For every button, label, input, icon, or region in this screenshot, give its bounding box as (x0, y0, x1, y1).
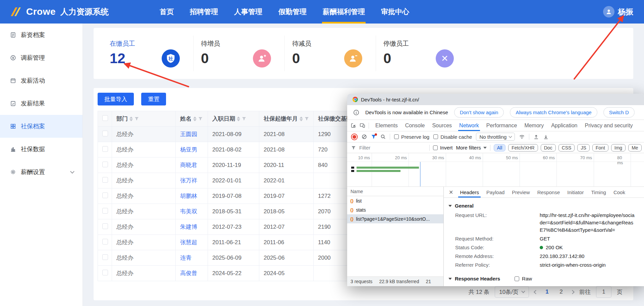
nav-item-approval[interactable]: 审批中心 (380, 0, 410, 24)
invert-checkbox[interactable] (433, 145, 438, 150)
preserve-log-checkbox[interactable] (394, 134, 399, 139)
import-har-icon[interactable] (533, 134, 539, 140)
sidebar-item-social-insurance-data[interactable]: 社保数据 (0, 138, 83, 161)
sort-icon[interactable] (193, 117, 197, 121)
sidebar-item-salary-settings[interactable]: 薪酬设置 (0, 161, 83, 183)
row-checkbox[interactable] (102, 162, 108, 167)
devtools-tab-privacy[interactable]: Privacy and security (581, 120, 636, 131)
employee-name-link[interactable]: 朱建博 (176, 219, 208, 235)
filter-funnel-icon[interactable] (242, 117, 246, 121)
invert-toggle[interactable]: Invert (433, 145, 453, 150)
row-checkbox[interactable] (102, 177, 108, 183)
match-language-button[interactable]: Always match Chrome's language (510, 107, 597, 118)
devtools-titlebar[interactable]: DevTools - hr-test.zjf-it.cn/ (347, 94, 644, 105)
row-checkbox[interactable] (102, 192, 108, 198)
inspect-icon[interactable] (351, 123, 356, 128)
goto-page-input[interactable] (596, 286, 611, 298)
more-filters-button[interactable]: More filters (456, 145, 487, 150)
sidebar-item-salary-adjust[interactable]: 调薪管理 (0, 46, 83, 69)
details-tab-initiator[interactable]: Initiator (564, 187, 587, 198)
devtools-tab-console[interactable]: Console (401, 120, 429, 131)
sidebar-item-payroll-activity[interactable]: 发薪活动 (0, 69, 83, 92)
devtools-tab-sources[interactable]: Sources (428, 120, 455, 131)
nav-item-compensation[interactable]: 薪酬福利管理 (322, 0, 366, 24)
details-tab-preview[interactable]: Preview (508, 187, 533, 198)
employee-name-link[interactable]: 商晓君 (176, 158, 208, 173)
raw-toggle[interactable]: Raw (515, 276, 532, 281)
details-tab-payload[interactable]: Payload (483, 187, 508, 198)
request-row-list[interactable]: {} list (347, 196, 443, 205)
details-tab-timing[interactable]: Timing (587, 187, 609, 198)
devtools-tab-elements[interactable]: Elements (372, 120, 401, 131)
row-checkbox[interactable] (102, 223, 108, 229)
nav-item-home[interactable]: 首页 (159, 0, 174, 24)
request-list-header[interactable]: Name (347, 187, 443, 196)
raw-checkbox[interactable] (515, 276, 519, 281)
employee-name-link[interactable]: 连青 (176, 250, 208, 266)
disable-cache-toggle[interactable]: Disable cache (433, 134, 472, 140)
device-toolbar-icon[interactable] (360, 123, 365, 128)
devtools-tab-memory[interactable]: Memory (521, 120, 547, 131)
page-size-select[interactable]: 10条/页 (495, 286, 529, 298)
sort-icon[interactable] (300, 117, 303, 121)
employee-name-link[interactable]: 张万祥 (176, 173, 208, 188)
nav-item-attendance[interactable]: 假勤管理 (278, 0, 307, 24)
filter-funnel-icon[interactable] (198, 117, 203, 121)
next-page-button[interactable] (570, 290, 575, 294)
user-avatar[interactable] (603, 6, 614, 17)
page-number-1[interactable]: 1 (543, 289, 551, 295)
nav-item-personnel[interactable]: 人事管理 (233, 0, 263, 24)
devtools-tab-application[interactable]: Application (547, 120, 581, 131)
search-icon[interactable] (380, 134, 386, 139)
filter-funnel-icon[interactable] (135, 117, 139, 121)
record-icon[interactable] (353, 135, 356, 139)
user-name[interactable]: 杨振 (618, 7, 633, 17)
nav-item-recruitment[interactable]: 招聘管理 (189, 0, 219, 24)
sidebar-item-salary-files[interactable]: 薪资档案 (0, 24, 83, 46)
request-row-stats[interactable]: {} stats (347, 205, 443, 214)
reset-button[interactable]: 重置 (141, 93, 166, 105)
details-tab-response[interactable]: Response (534, 187, 564, 198)
chip-fetch-xhr[interactable]: Fetch/XHR (508, 144, 538, 151)
row-checkbox[interactable] (102, 239, 108, 245)
row-checkbox[interactable] (102, 146, 108, 152)
filter-funnel-icon[interactable] (371, 134, 376, 139)
chip-css[interactable]: CSS (558, 144, 575, 151)
close-icon[interactable]: ✕ (446, 189, 456, 195)
devtools-tab-network[interactable]: Network (455, 120, 483, 131)
response-headers-section-header[interactable]: Response Headers Raw (444, 273, 644, 284)
page-number-2[interactable]: 2 (557, 289, 566, 295)
filter-funnel-icon[interactable] (305, 117, 309, 121)
disable-cache-checkbox[interactable] (433, 134, 438, 139)
employee-name-link[interactable]: 胡鹏林 (176, 188, 208, 204)
chip-js[interactable]: JS (577, 144, 589, 151)
row-checkbox[interactable] (102, 131, 108, 136)
row-checkbox[interactable] (102, 254, 108, 260)
batch-import-button[interactable]: 批量导入 (98, 93, 134, 105)
employee-name-link[interactable]: 杨亚男 (176, 142, 208, 158)
sidebar-item-payroll-result[interactable]: 发薪结果 (0, 92, 83, 115)
devtools-tab-performance[interactable]: Performance (483, 120, 521, 131)
chip-media[interactable]: Me (628, 144, 641, 151)
network-filter-input[interactable] (359, 145, 426, 150)
sort-icon[interactable] (129, 117, 133, 121)
network-conditions-icon[interactable] (519, 134, 525, 140)
row-checkbox[interactable] (102, 270, 108, 275)
dont-show-again-button[interactable]: Don't show again (454, 107, 504, 118)
chip-img[interactable]: Img (611, 144, 626, 151)
employee-name-link[interactable]: 韦美双 (176, 204, 208, 219)
sort-icon[interactable] (237, 117, 240, 121)
user-menu[interactable]: 杨振 (603, 0, 644, 24)
request-row-list-paged[interactable]: {} list?page=1&PageSize=10&sortO... (347, 214, 443, 223)
preserve-log-toggle[interactable]: Preserve log (394, 134, 429, 140)
select-all-checkbox[interactable] (102, 115, 108, 121)
general-section-header[interactable]: General (444, 201, 644, 211)
employee-name-link[interactable]: 王圆园 (176, 127, 208, 142)
employee-name-link[interactable]: 高俊普 (176, 266, 208, 281)
network-timeline[interactable]: 10 ms 20 ms 30 ms 40 ms 50 ms 60 ms 70 m… (347, 153, 644, 187)
details-tab-headers[interactable]: Headers (456, 187, 483, 198)
chip-doc[interactable]: Doc (541, 144, 556, 151)
throttling-select[interactable]: No throttling (476, 133, 515, 141)
chip-font[interactable]: Font (592, 144, 608, 151)
chip-all[interactable]: All (494, 144, 506, 151)
